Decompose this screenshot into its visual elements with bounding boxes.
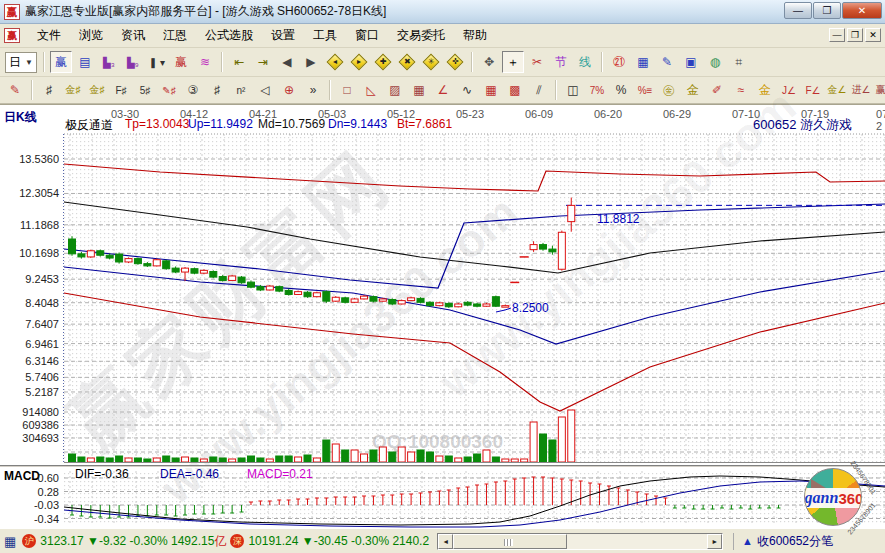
menu-工具[interactable]: 工具	[304, 25, 346, 45]
fence-n2-icon[interactable]: n²	[230, 79, 252, 101]
pen-bars-icon[interactable]: ✐	[706, 79, 728, 101]
diamond-right-icon[interactable]: ▸	[348, 51, 370, 73]
square-tool-icon[interactable]: □	[336, 79, 358, 101]
wave-v-icon[interactable]: ∿	[456, 79, 478, 101]
percent-icon[interactable]: %	[610, 79, 632, 101]
diamond-left-icon[interactable]: ◂	[324, 51, 346, 73]
fence-5-icon[interactable]: 5♯	[134, 79, 156, 101]
kline-small-icon[interactable]: ▙₃	[98, 51, 120, 73]
calculator-icon[interactable]: ▦	[632, 51, 654, 73]
prev-bar-icon[interactable]: ◀	[276, 51, 298, 73]
pan-hand-icon[interactable]: ✥	[478, 51, 500, 73]
flag-tool-icon[interactable]: ◁	[254, 79, 276, 101]
menu-资讯[interactable]: 资讯	[112, 25, 154, 45]
diamond-star-icon[interactable]: ✳	[420, 51, 442, 73]
yingjia-red-icon[interactable]: 赢	[170, 51, 192, 73]
fence-gold2-icon[interactable]: 金♯	[86, 79, 108, 101]
sh-index-pct: -0.30%	[130, 534, 168, 548]
kline-large-icon[interactable]: ▙₉	[122, 51, 144, 73]
line-tool-icon[interactable]: 线	[574, 51, 596, 73]
symbol-label: 600652 游久游戏	[753, 116, 852, 134]
fence-plain-icon[interactable]: ♯	[206, 79, 228, 101]
crosshair-icon[interactable]: ＋	[502, 51, 524, 73]
j-angle-icon[interactable]: J∠	[778, 79, 800, 101]
macd-tick-label: -0.34	[0, 513, 59, 525]
watermark-qq: QQ:100800360	[372, 431, 503, 453]
target-circle-icon[interactable]: ⊕	[278, 79, 300, 101]
sz-index-value: 10191.24	[248, 534, 298, 548]
note-edit-icon[interactable]: ✎	[656, 51, 678, 73]
diamond-plus-icon[interactable]: ✚	[372, 51, 394, 73]
ying-angle-icon[interactable]: 赢∠	[874, 79, 885, 101]
fence-icon[interactable]: ♯	[38, 79, 60, 101]
scrollbar-thumb[interactable]	[453, 534, 567, 549]
box-hatch-icon[interactable]: ▦	[408, 79, 430, 101]
fence-gold-icon[interactable]: 金♯	[62, 79, 84, 101]
network-icon[interactable]: ⌗	[728, 51, 750, 73]
f-angle-icon[interactable]: F∠	[802, 79, 824, 101]
diamond-cross-icon[interactable]: ✖	[396, 51, 418, 73]
menu-江恩[interactable]: 江恩	[154, 25, 196, 45]
yingjia-blue-icon[interactable]: 赢	[50, 51, 72, 73]
next-bar-icon[interactable]: ▶	[300, 51, 322, 73]
save-icon[interactable]: ▣	[680, 51, 702, 73]
scroll-left-button[interactable]: ◄	[438, 534, 453, 549]
wave-levels-icon[interactable]: ≈	[730, 79, 752, 101]
period-day-button[interactable]: 日▼	[4, 51, 38, 73]
percent-lines-icon[interactable]: %≡	[634, 79, 656, 101]
first-bar-icon[interactable]: ⇤	[228, 51, 250, 73]
browser-icon[interactable]: ◍	[704, 51, 726, 73]
percent7-icon[interactable]: 7%	[586, 79, 608, 101]
menu-窗口[interactable]: 窗口	[346, 25, 388, 45]
maximize-button[interactable]: ❐	[813, 2, 841, 19]
gold-yellow-icon[interactable]: 金	[754, 79, 776, 101]
box-pen-icon[interactable]: ▨	[384, 79, 406, 101]
gold-lines-icon[interactable]: 金	[682, 79, 704, 101]
mdi-restore-button[interactable]: ❐	[847, 28, 863, 42]
price-tick-label: 6.9461	[0, 338, 59, 350]
draw-brush-icon[interactable]: ✎	[4, 79, 26, 101]
pane-splitter[interactable]	[0, 465, 885, 468]
gold-angle-icon[interactable]: 金∠	[826, 79, 848, 101]
fence-f-icon[interactable]: F♯	[110, 79, 132, 101]
fence-3-icon[interactable]: ③	[182, 79, 204, 101]
cut-icon[interactable]: ✂	[526, 51, 548, 73]
last-bar-icon[interactable]: ⇥	[252, 51, 274, 73]
market-grid-icon[interactable]: ▦	[4, 534, 16, 549]
menu-文件[interactable]: 文件	[28, 25, 70, 45]
close-button[interactable]: ✕	[842, 2, 882, 19]
chart-canvas[interactable]: 赢家财富网 www.yingjia360.com www.yingjia360.…	[0, 104, 885, 528]
indicator-value: Up=11.9492	[188, 117, 253, 131]
fan-rays-icon[interactable]: ◺	[360, 79, 382, 101]
angle-rays-icon[interactable]: ∠	[432, 79, 454, 101]
gold-circle-icon[interactable]: ㊎	[658, 79, 680, 101]
color-flag-icon[interactable]: ≋	[194, 51, 216, 73]
overflow-chevron[interactable]: »	[302, 79, 324, 101]
toolbar-separator	[601, 52, 603, 72]
title-bar[interactable]: 赢 赢家江恩专业版[赢家内部服务平台] - [游久游戏 SH600652-78日…	[0, 0, 885, 24]
menu-公式选股[interactable]: 公式选股	[196, 25, 262, 45]
volume-tick-label: 609386	[0, 419, 59, 431]
grid-red2-icon[interactable]: ▩	[504, 79, 526, 101]
mdi-minimize-button[interactable]: —	[829, 28, 845, 42]
horizontal-scrollbar[interactable]: ◄ ►	[437, 533, 723, 550]
parallel-lines-icon[interactable]: ⫽	[528, 79, 550, 101]
mdi-close-button[interactable]: ✕	[865, 28, 881, 42]
jie-tool-icon[interactable]: 节	[550, 51, 572, 73]
period-label[interactable]: 日K线	[4, 109, 37, 126]
jin-angle-icon[interactable]: 进∠	[850, 79, 872, 101]
minimize-button[interactable]: —	[784, 2, 812, 19]
fence-pen-icon[interactable]: ✎♯	[158, 79, 180, 101]
bars-left-icon[interactable]: ◫	[562, 79, 584, 101]
document-icon[interactable]: ▤	[74, 51, 96, 73]
calendar-icon[interactable]: ㉑	[608, 51, 630, 73]
menu-交易委托[interactable]: 交易委托	[388, 25, 454, 45]
feed-antenna-icon: ▲	[742, 535, 753, 547]
menu-浏览[interactable]: 浏览	[70, 25, 112, 45]
candle-type-button[interactable]: ❚ ▾	[146, 51, 168, 73]
menu-帮助[interactable]: 帮助	[454, 25, 496, 45]
scroll-right-button[interactable]: ►	[707, 534, 722, 549]
diamond-move-icon[interactable]: ✜	[444, 51, 466, 73]
grid-red-icon[interactable]: ▦	[480, 79, 502, 101]
menu-设置[interactable]: 设置	[262, 25, 304, 45]
